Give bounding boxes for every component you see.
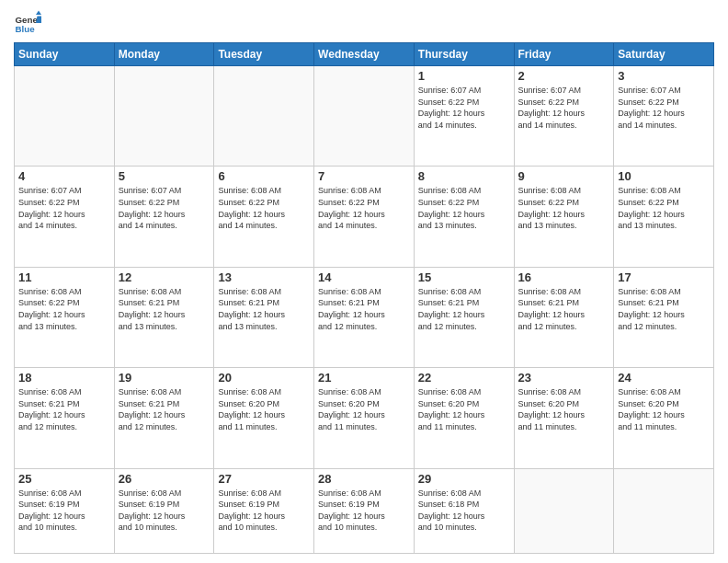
day-number-7: 7 [318,169,410,183]
day-cell-20: 20Sunrise: 6:08 AM Sunset: 6:20 PM Dayli… [214,368,314,468]
day-cell-29: 29Sunrise: 6:08 AM Sunset: 6:18 PM Dayli… [414,468,514,554]
day-cell-5: 5Sunrise: 6:07 AM Sunset: 6:22 PM Daylig… [114,167,214,267]
day-info-7: Sunrise: 6:08 AM Sunset: 6:22 PM Dayligh… [318,185,410,231]
day-cell-10: 10Sunrise: 6:08 AM Sunset: 6:22 PM Dayli… [614,167,714,267]
day-number-23: 23 [518,371,610,385]
day-cell-24: 24Sunrise: 6:08 AM Sunset: 6:20 PM Dayli… [614,368,714,468]
day-number-16: 16 [518,270,610,284]
day-cell-14: 14Sunrise: 6:08 AM Sunset: 6:21 PM Dayli… [314,267,415,367]
day-number-19: 19 [119,371,210,385]
weekday-header-monday: Monday [114,43,214,66]
day-info-11: Sunrise: 6:08 AM Sunset: 6:22 PM Dayligh… [18,286,110,332]
day-info-9: Sunrise: 6:08 AM Sunset: 6:22 PM Dayligh… [518,185,610,231]
week-row-1: 1Sunrise: 6:07 AM Sunset: 6:22 PM Daylig… [15,66,714,167]
day-cell-28: 28Sunrise: 6:08 AM Sunset: 6:19 PM Dayli… [314,468,415,554]
day-info-6: Sunrise: 6:08 AM Sunset: 6:22 PM Dayligh… [218,185,310,231]
day-cell-16: 16Sunrise: 6:08 AM Sunset: 6:21 PM Dayli… [514,267,614,367]
day-number-20: 20 [218,371,310,385]
day-cell-15: 15Sunrise: 6:08 AM Sunset: 6:21 PM Dayli… [414,267,514,367]
day-cell-27: 27Sunrise: 6:08 AM Sunset: 6:19 PM Dayli… [214,468,314,554]
page: General Blue SundayMondayTuesdayWednesda… [0,0,728,563]
day-number-15: 15 [418,270,510,284]
day-cell-21: 21Sunrise: 6:08 AM Sunset: 6:20 PM Dayli… [314,368,415,468]
day-number-29: 29 [418,472,510,486]
day-info-15: Sunrise: 6:08 AM Sunset: 6:21 PM Dayligh… [418,286,510,332]
day-info-22: Sunrise: 6:08 AM Sunset: 6:20 PM Dayligh… [418,386,510,432]
day-info-13: Sunrise: 6:08 AM Sunset: 6:21 PM Dayligh… [218,286,310,332]
day-number-26: 26 [119,472,210,486]
day-number-1: 1 [418,69,510,83]
day-cell-4: 4Sunrise: 6:07 AM Sunset: 6:22 PM Daylig… [15,167,115,267]
day-number-3: 3 [618,69,710,83]
svg-marker-2 [36,11,41,16]
day-info-14: Sunrise: 6:08 AM Sunset: 6:21 PM Dayligh… [318,286,410,332]
day-info-2: Sunrise: 6:07 AM Sunset: 6:22 PM Dayligh… [518,85,610,131]
day-number-25: 25 [18,472,110,486]
day-cell-22: 22Sunrise: 6:08 AM Sunset: 6:20 PM Dayli… [414,368,514,468]
week-row-2: 4Sunrise: 6:07 AM Sunset: 6:22 PM Daylig… [15,167,714,267]
day-number-24: 24 [618,371,710,385]
day-info-12: Sunrise: 6:08 AM Sunset: 6:21 PM Dayligh… [119,286,210,332]
day-number-2: 2 [518,69,610,83]
empty-cell [614,468,714,554]
weekday-header-friday: Friday [514,43,614,66]
day-cell-7: 7Sunrise: 6:08 AM Sunset: 6:22 PM Daylig… [314,167,415,267]
day-number-22: 22 [418,371,510,385]
day-number-17: 17 [618,270,710,284]
day-info-25: Sunrise: 6:08 AM Sunset: 6:19 PM Dayligh… [18,488,110,534]
empty-cell [314,66,415,167]
day-cell-11: 11Sunrise: 6:08 AM Sunset: 6:22 PM Dayli… [15,267,115,367]
day-number-14: 14 [318,270,410,284]
day-info-28: Sunrise: 6:08 AM Sunset: 6:19 PM Dayligh… [318,488,410,534]
day-cell-17: 17Sunrise: 6:08 AM Sunset: 6:21 PM Dayli… [614,267,714,367]
day-cell-12: 12Sunrise: 6:08 AM Sunset: 6:21 PM Dayli… [114,267,214,367]
day-number-10: 10 [618,169,710,183]
day-cell-18: 18Sunrise: 6:08 AM Sunset: 6:21 PM Dayli… [15,368,115,468]
day-info-4: Sunrise: 6:07 AM Sunset: 6:22 PM Dayligh… [18,185,110,231]
empty-cell [15,66,115,167]
day-cell-2: 2Sunrise: 6:07 AM Sunset: 6:22 PM Daylig… [514,66,614,167]
day-cell-19: 19Sunrise: 6:08 AM Sunset: 6:21 PM Dayli… [114,368,214,468]
day-cell-9: 9Sunrise: 6:08 AM Sunset: 6:22 PM Daylig… [514,167,614,267]
day-cell-6: 6Sunrise: 6:08 AM Sunset: 6:22 PM Daylig… [214,167,314,267]
svg-text:Blue: Blue [16,24,36,34]
header: General Blue [14,9,714,37]
day-cell-8: 8Sunrise: 6:08 AM Sunset: 6:22 PM Daylig… [414,167,514,267]
day-info-26: Sunrise: 6:08 AM Sunset: 6:19 PM Dayligh… [119,488,210,534]
day-number-28: 28 [318,472,410,486]
day-info-16: Sunrise: 6:08 AM Sunset: 6:21 PM Dayligh… [518,286,610,332]
weekday-header-thursday: Thursday [414,43,514,66]
day-number-5: 5 [119,169,210,183]
day-info-29: Sunrise: 6:08 AM Sunset: 6:18 PM Dayligh… [418,488,510,534]
day-cell-1: 1Sunrise: 6:07 AM Sunset: 6:22 PM Daylig… [414,66,514,167]
day-number-18: 18 [18,371,110,385]
day-number-9: 9 [518,169,610,183]
day-info-17: Sunrise: 6:08 AM Sunset: 6:21 PM Dayligh… [618,286,710,332]
day-number-4: 4 [18,169,110,183]
day-cell-23: 23Sunrise: 6:08 AM Sunset: 6:20 PM Dayli… [514,368,614,468]
day-info-20: Sunrise: 6:08 AM Sunset: 6:20 PM Dayligh… [218,386,310,432]
day-info-5: Sunrise: 6:07 AM Sunset: 6:22 PM Dayligh… [119,185,210,231]
day-info-27: Sunrise: 6:08 AM Sunset: 6:19 PM Dayligh… [218,488,310,534]
day-info-19: Sunrise: 6:08 AM Sunset: 6:21 PM Dayligh… [119,386,210,432]
calendar-table: SundayMondayTuesdayWednesdayThursdayFrid… [14,42,714,554]
day-number-13: 13 [218,270,310,284]
day-cell-13: 13Sunrise: 6:08 AM Sunset: 6:21 PM Dayli… [214,267,314,367]
empty-cell [114,66,214,167]
weekday-header-tuesday: Tuesday [214,43,314,66]
logo: General Blue [14,9,41,37]
day-cell-25: 25Sunrise: 6:08 AM Sunset: 6:19 PM Dayli… [15,468,115,554]
logo-icon: General Blue [14,9,41,37]
day-info-23: Sunrise: 6:08 AM Sunset: 6:20 PM Dayligh… [518,386,610,432]
day-cell-26: 26Sunrise: 6:08 AM Sunset: 6:19 PM Dayli… [114,468,214,554]
day-info-10: Sunrise: 6:08 AM Sunset: 6:22 PM Dayligh… [618,185,710,231]
day-info-24: Sunrise: 6:08 AM Sunset: 6:20 PM Dayligh… [618,386,710,432]
empty-cell [214,66,314,167]
weekday-header-row: SundayMondayTuesdayWednesdayThursdayFrid… [15,43,714,66]
day-number-8: 8 [418,169,510,183]
day-number-11: 11 [18,270,110,284]
day-info-1: Sunrise: 6:07 AM Sunset: 6:22 PM Dayligh… [418,85,510,131]
week-row-3: 11Sunrise: 6:08 AM Sunset: 6:22 PM Dayli… [15,267,714,367]
empty-cell [514,468,614,554]
day-info-18: Sunrise: 6:08 AM Sunset: 6:21 PM Dayligh… [18,386,110,432]
